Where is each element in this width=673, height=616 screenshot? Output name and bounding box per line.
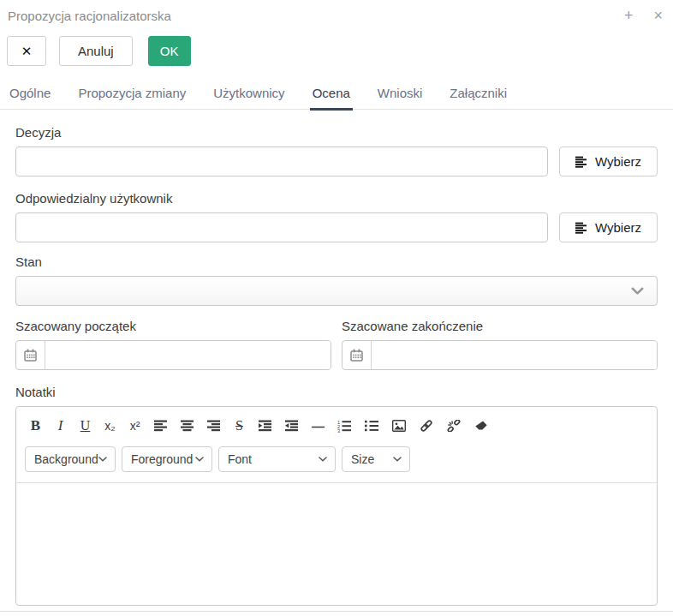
ordered-list-button[interactable]: 123 [332, 415, 356, 437]
calendar-icon[interactable] [16, 341, 45, 369]
action-bar: ✕ Anuluj OK [7, 36, 666, 66]
strikethrough-button[interactable]: S [229, 415, 250, 437]
underline-button[interactable]: U [74, 415, 96, 437]
image-icon [392, 420, 406, 432]
window-controls: + × [624, 8, 663, 23]
responsible-user-label: Odpowiedzialny użytkownik [15, 191, 658, 206]
font-family-select[interactable]: Font [218, 446, 336, 472]
form-content: Decyzja Wybierz Odpowiedzialny użytkowni… [0, 125, 673, 606]
unlink-icon [447, 420, 461, 432]
list-icon [575, 156, 587, 168]
tab-ogolne[interactable]: Ogólne [7, 86, 53, 111]
decision-input[interactable] [15, 147, 548, 176]
subscript-icon: x₂ [104, 419, 115, 433]
subscript-button[interactable]: x₂ [99, 415, 121, 437]
superscript-icon: x² [130, 419, 140, 433]
state-select[interactable] [15, 276, 658, 306]
insert-link-button[interactable] [414, 415, 438, 437]
font-select-label: Font [228, 452, 252, 466]
outdent-icon [285, 420, 298, 432]
outdent-button[interactable] [280, 415, 303, 437]
align-center-button[interactable] [176, 415, 199, 437]
decision-label: Decyzja [15, 125, 658, 140]
bottom-divider [0, 611, 673, 612]
responsible-user-choose-button[interactable]: Wybierz [559, 212, 658, 242]
chevron-down-icon [319, 457, 327, 462]
close-button[interactable]: ✕ [7, 36, 46, 66]
background-select-label: Background [34, 452, 98, 466]
bold-icon: B [31, 417, 40, 434]
eraser-icon [474, 420, 488, 432]
size-select-label: Size [351, 452, 374, 466]
superscript-button[interactable]: x² [124, 415, 146, 437]
choose-button-label: Wybierz [595, 220, 641, 235]
dialog-title: Propozycja racjonalizatorska [8, 9, 171, 23]
decision-choose-button[interactable]: Wybierz [559, 147, 658, 176]
svg-text:3: 3 [337, 428, 340, 432]
insert-image-button[interactable] [387, 415, 411, 437]
foreground-select-label: Foreground [131, 452, 193, 466]
italic-button[interactable]: I [50, 415, 71, 437]
remove-format-button[interactable] [469, 415, 493, 437]
estimated-start-field [15, 340, 331, 370]
italic-icon: I [58, 417, 63, 434]
indent-icon [259, 420, 271, 432]
horizontal-rule-button[interactable]: — [307, 415, 329, 437]
align-left-button[interactable] [149, 415, 172, 437]
unlink-button[interactable] [442, 415, 466, 437]
indent-button[interactable] [253, 415, 277, 437]
chevron-down-icon [195, 457, 204, 462]
chevron-down-icon [98, 457, 107, 462]
responsible-user-input[interactable] [15, 212, 548, 242]
align-center-icon [181, 420, 194, 432]
editor-toolbar-row2: Background Foreground Font Size [16, 440, 657, 482]
strikethrough-icon: S [235, 418, 243, 434]
font-size-select[interactable]: Size [342, 446, 410, 472]
editor-toolbar-row1: B I U x₂ x² [16, 407, 657, 440]
align-right-button[interactable] [202, 415, 225, 437]
bold-button[interactable]: B [25, 415, 46, 437]
align-right-icon [207, 420, 220, 432]
notes-label: Notatki [15, 385, 658, 399]
tab-wnioski[interactable]: Wnioski [375, 86, 426, 111]
tab-ocena[interactable]: Ocena [310, 86, 353, 111]
notes-rich-text-editor: B I U x₂ x² [15, 406, 658, 606]
estimated-end-label: Szacowane zakończenie [342, 319, 658, 333]
background-color-select[interactable]: Background [25, 446, 116, 472]
notes-editor-area[interactable] [16, 482, 657, 605]
chevron-down-icon [393, 457, 402, 462]
ok-button[interactable]: OK [148, 36, 191, 66]
title-bar: Propozycja racjonalizatorska + × [0, 0, 673, 23]
ordered-list-icon: 123 [337, 420, 351, 433]
state-label: Stan [15, 254, 658, 269]
chevron-down-icon [631, 287, 644, 296]
tab-zalaczniki[interactable]: Załączniki [447, 86, 509, 111]
cancel-button[interactable]: Anuluj [59, 36, 133, 66]
link-icon [420, 420, 433, 432]
tab-uzytkownicy[interactable]: Użytkownicy [211, 86, 287, 111]
choose-button-label: Wybierz [595, 154, 641, 169]
estimated-end-field [342, 340, 658, 370]
maximize-icon[interactable]: + [624, 8, 634, 23]
foreground-color-select[interactable]: Foreground [122, 446, 212, 472]
estimated-start-input[interactable] [45, 341, 331, 369]
list-icon [575, 222, 587, 234]
horizontal-rule-icon: — [312, 419, 324, 434]
unordered-list-icon [365, 420, 378, 432]
tab-propozycja-zmiany[interactable]: Propozycja zmiany [75, 86, 188, 111]
estimated-end-input[interactable] [372, 341, 657, 369]
calendar-icon[interactable] [342, 341, 372, 369]
window-close-icon[interactable]: × [653, 8, 663, 23]
tab-bar: Ogólne Propozycja zmiany Użytkownicy Oce… [0, 86, 673, 110]
estimated-start-label: Szacowany początek [15, 319, 331, 333]
align-left-icon [154, 420, 167, 432]
unordered-list-button[interactable] [360, 415, 384, 437]
underline-icon: U [80, 418, 91, 434]
